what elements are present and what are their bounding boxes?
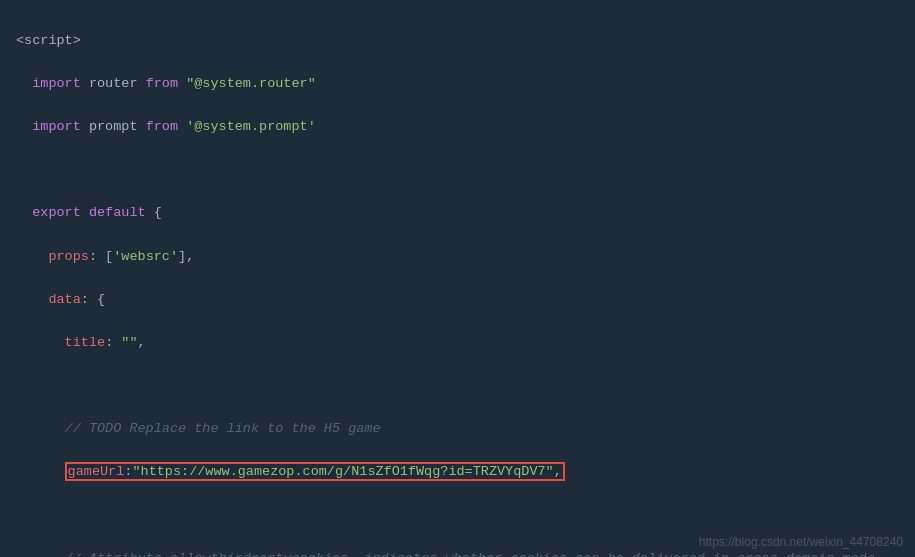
line-12: [16, 505, 899, 527]
line-11: gameUrl:"https://www.gamezop.com/g/N1sZf…: [16, 461, 899, 483]
line-1: <script>: [16, 30, 899, 52]
line-2: import router from "@system.router": [16, 73, 899, 95]
line-7: data: {: [16, 289, 899, 311]
line-3: import prompt from '@system.prompt': [16, 116, 899, 138]
line-9: [16, 375, 899, 397]
line-4: [16, 159, 899, 181]
line-5: export default {: [16, 202, 899, 224]
watermark: https://blog.csdn.net/weixin_44708240: [699, 535, 903, 549]
line-13: // Attribute allowthirdpartycookies, ind…: [16, 548, 899, 557]
highlight-gameurl: gameUrl:"https://www.gamezop.com/g/N1sZf…: [65, 462, 565, 481]
code-editor: <script> import router from "@system.rou…: [0, 0, 915, 557]
line-6: props: ['websrc'],: [16, 246, 899, 268]
line-10: // TODO Replace the link to the H5 game: [16, 418, 899, 440]
line-8: title: "",: [16, 332, 899, 354]
